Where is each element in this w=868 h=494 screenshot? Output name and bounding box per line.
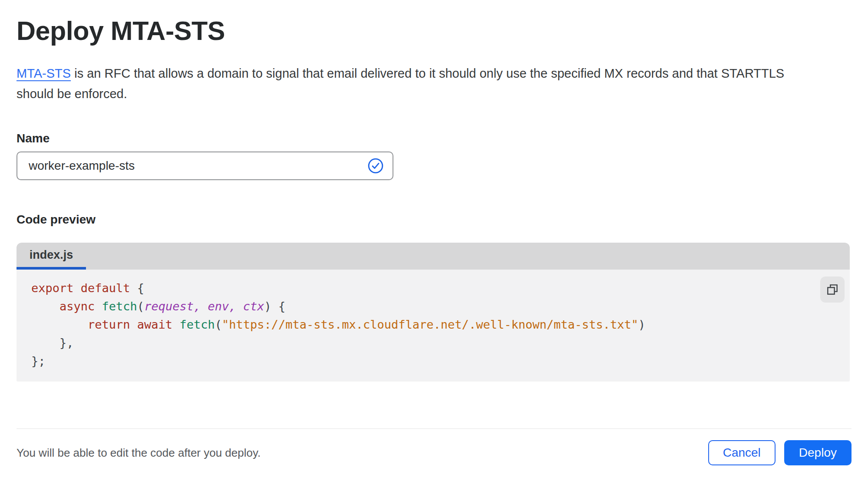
copy-icon [825,283,839,296]
name-input[interactable] [29,159,367,173]
description: MTA-STS is an RFC that allows a domain t… [17,63,850,104]
code-editor: export default { async fetch(request, en… [17,270,850,382]
cancel-button[interactable]: Cancel [708,440,776,465]
description-text-line2: should be enforced. [17,84,850,104]
mta-sts-link[interactable]: MTA-STS [17,66,71,80]
tab-index-js[interactable]: index.js [17,243,86,270]
code-tabbar: index.js [17,243,850,270]
description-text: is an RFC that allows a domain to signal… [71,66,784,80]
copy-button[interactable] [820,277,845,303]
footer: You will be able to edit the code after … [17,428,851,465]
check-circle-icon [367,158,384,174]
page-title: Deploy MTA-STS [17,16,851,46]
code-content: export default { async fetch(request, en… [31,279,815,370]
code-preview-block: index.js export default { async fetch(re… [17,243,850,382]
footer-actions: Cancel Deploy [708,440,851,465]
name-input-container [17,151,393,180]
deploy-mta-sts-page: Deploy MTA-STS MTA-STS is an RFC that al… [0,16,868,465]
tab-label: index.js [30,248,73,262]
deploy-button[interactable]: Deploy [784,440,851,465]
code-preview-label: Code preview [17,212,851,227]
name-label: Name [17,131,851,146]
footer-note: You will be able to edit the code after … [17,446,261,460]
